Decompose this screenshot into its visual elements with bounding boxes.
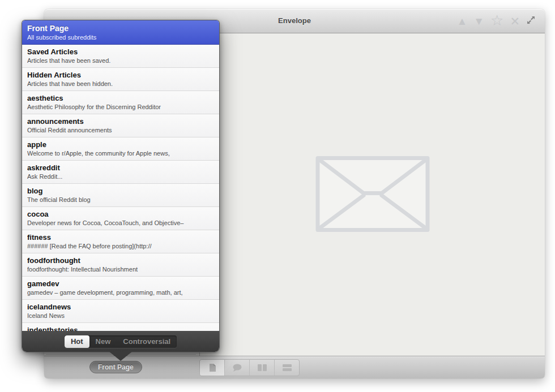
sort-tab[interactable]: Controversial	[117, 335, 177, 348]
subreddit-description: Welcome to r/Apple, the community for Ap…	[27, 149, 214, 157]
subreddit-list-item[interactable]: announcements Official Reddit announceme…	[22, 114, 219, 137]
subreddit-list-item[interactable]: gamedev gamedev – game development, prog…	[22, 277, 219, 300]
subreddit-title: cocoa	[27, 209, 214, 219]
subreddit-title: foodforthought	[27, 256, 214, 265]
columns-view-segment[interactable]	[250, 360, 275, 376]
titlebar-action-icons: ▲ ▼ ☆ ✕	[456, 9, 536, 33]
comments-view-segment[interactable]	[225, 360, 250, 376]
subreddit-title: Hidden Articles	[27, 70, 214, 80]
upvote-icon[interactable]: ▲	[456, 16, 467, 27]
subreddit-list-item[interactable]: cocoa Developer news for Cocoa, CocoaTou…	[22, 207, 219, 230]
downvote-icon[interactable]: ▼	[473, 16, 484, 27]
subreddit-description: foodforthought: Intellectual Nourishment	[27, 265, 214, 273]
subreddit-selector-button[interactable]: Front Page	[89, 361, 142, 373]
sort-tab[interactable]: Hot	[65, 335, 89, 348]
subreddit-title: blog	[27, 186, 214, 196]
subreddit-description: gamedev – game development, programming,…	[27, 288, 214, 296]
subreddit-list-item[interactable]: foodforthought foodforthought: Intellect…	[22, 253, 219, 277]
subreddit-title: askreddit	[27, 163, 214, 173]
subreddit-title: indepthstories	[27, 325, 214, 331]
subreddit-popover: Front Page All subscribed subreddits Sav…	[22, 20, 220, 352]
article-view-pane	[200, 33, 545, 356]
subreddit-list-item[interactable]: Hidden Articles Articles that have been …	[22, 68, 219, 91]
popover-tail	[109, 351, 133, 361]
subreddit-description: Ask Reddit...	[27, 173, 214, 180]
envelope-watermark-icon	[315, 156, 430, 234]
subreddit-title: fitness	[27, 232, 214, 242]
subreddit-description: Articles that have been hidden.	[27, 80, 214, 88]
subreddit-list-item[interactable]: blog The official Reddit blog	[22, 184, 219, 207]
subreddit-title: apple	[27, 140, 214, 149]
fullscreen-icon[interactable]	[526, 15, 536, 27]
subreddit-title: gamedev	[27, 279, 214, 288]
list-view-segment[interactable]	[275, 360, 299, 376]
subreddit-list-item[interactable]: Saved Articles Articles that have been s…	[22, 45, 219, 68]
comments-view-icon	[232, 363, 242, 372]
columns-view-icon	[257, 363, 267, 372]
list-view-icon	[282, 363, 292, 372]
sort-segmented-control: Hot New Controversial	[65, 335, 177, 348]
subreddit-list-item[interactable]: apple Welcome to r/Apple, the community …	[22, 137, 219, 161]
article-view-segment[interactable]	[200, 360, 225, 376]
close-icon[interactable]: ✕	[510, 15, 520, 27]
popover-footer: Hot New Controversial	[22, 331, 219, 352]
star-icon[interactable]: ☆	[490, 13, 503, 28]
selected-subreddit-title: Front Page	[27, 23, 214, 33]
selected-subreddit-subtitle: All subscribed subreddits	[27, 33, 214, 41]
subreddit-description: Iceland News	[27, 312, 214, 320]
subreddit-list-item[interactable]: icelandnews Iceland News	[22, 300, 219, 323]
subreddit-list-item[interactable]: indepthstories	[22, 323, 219, 331]
article-view-icon	[208, 363, 217, 372]
sort-tab[interactable]: New	[89, 335, 117, 348]
subreddit-description: Articles that have been saved.	[27, 57, 214, 64]
subreddit-list-item[interactable]: fitness ###### [Read the FAQ before post…	[22, 230, 219, 253]
subreddit-description: The official Reddit blog	[27, 196, 214, 204]
subreddit-list-item[interactable]: askreddit Ask Reddit...	[22, 161, 219, 184]
subreddit-description: Aesthetic Philosophy for the Discerning …	[27, 103, 214, 111]
subreddit-description: ###### [Read the FAQ before posting](htt…	[27, 242, 214, 250]
subreddit-title: Saved Articles	[27, 47, 214, 57]
subreddit-title: announcements	[27, 117, 214, 126]
popover-selected-item-front-page[interactable]: Front Page All subscribed subreddits	[22, 20, 219, 45]
subreddit-title: aesthetics	[27, 93, 214, 103]
subreddit-list-item[interactable]: aesthetics Aesthetic Philosophy for the …	[22, 91, 219, 114]
view-mode-segmented-control	[199, 359, 300, 376]
subreddit-title: icelandnews	[27, 302, 214, 312]
subreddit-list: Saved Articles Articles that have been s…	[22, 45, 219, 331]
subreddit-description: Developer news for Cocoa, CocoaTouch, an…	[27, 219, 214, 227]
subreddit-description: Official Reddit announcements	[27, 126, 214, 134]
